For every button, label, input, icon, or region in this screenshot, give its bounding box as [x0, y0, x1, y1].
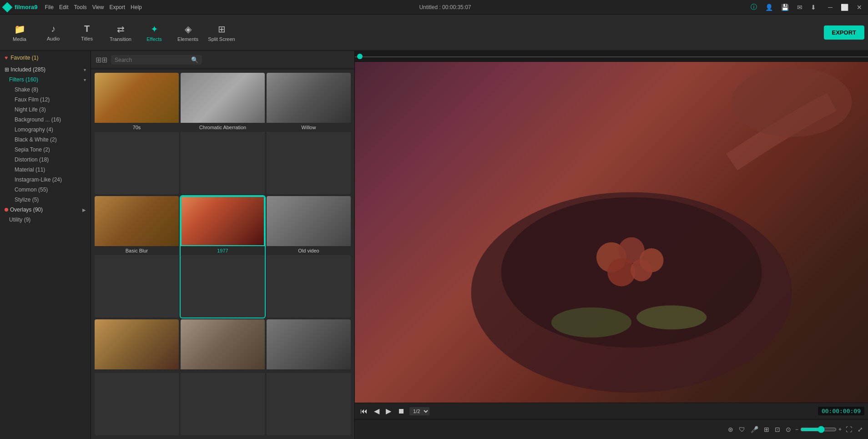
- included-label: ⊞ Included (285): [5, 66, 45, 73]
- expand-icon: ▾: [84, 67, 86, 72]
- splitscreen-button[interactable]: ⊞ Split Screen: [206, 17, 237, 48]
- favorites-label: Favorite (1): [10, 55, 38, 61]
- download-icon[interactable]: ⬇: [808, 3, 818, 12]
- minimize-button[interactable]: ─: [826, 3, 835, 12]
- sidebar-item-sepiatone[interactable]: Sepia Tone (2): [0, 145, 91, 155]
- crop-icon[interactable]: ⊡: [773, 424, 782, 434]
- rewind-button[interactable]: ⏮: [358, 406, 369, 416]
- media-button[interactable]: 📁 Media: [4, 17, 35, 48]
- search-icon: 🔍: [191, 56, 198, 63]
- effect-item-chromatic[interactable]: Chromatic Aberration: [181, 73, 265, 194]
- favorites-header[interactable]: ♥ Favorite (1): [0, 51, 91, 65]
- effect-item-row3c[interactable]: [267, 319, 351, 435]
- speedramp-icon[interactable]: ⊞: [762, 424, 771, 434]
- common-label: Common (55): [15, 187, 48, 193]
- audio-button[interactable]: ♪ Audio: [37, 17, 69, 48]
- project-title: Untitled : 00:00:35:07: [419, 4, 471, 10]
- sidebar-item-common[interactable]: Common (55): [0, 185, 91, 195]
- menu-file[interactable]: File: [45, 4, 54, 10]
- effect-thumb-1977: [181, 196, 265, 246]
- expand-icon[interactable]: ⤢: [856, 424, 864, 434]
- sidebar-item-overlays[interactable]: Overlays (90) ▶: [0, 205, 91, 215]
- utility-label: Utility (9): [9, 217, 30, 223]
- stop-button[interactable]: ⏹: [396, 406, 407, 416]
- user-icon[interactable]: 👤: [763, 3, 775, 12]
- splitscreen-icon: ⊞: [218, 24, 226, 35]
- effect-thumb-row3a: [95, 319, 179, 369]
- mic-icon[interactable]: 🎤: [749, 424, 760, 434]
- fullscreen-icon[interactable]: ⛶: [844, 424, 853, 434]
- zoom-plus-icon[interactable]: +: [838, 426, 842, 433]
- transition-button[interactable]: ⇄ Transition: [105, 17, 136, 48]
- info-icon[interactable]: ⓘ: [748, 2, 759, 12]
- effect-label-willow: Willow: [267, 123, 351, 132]
- save-icon[interactable]: 💾: [779, 3, 791, 12]
- sidebar-item-filters[interactable]: Filters (160) ▾: [0, 75, 91, 85]
- sidebar-item-utility[interactable]: Utility (9): [0, 215, 91, 225]
- menu-help[interactable]: Help: [131, 4, 142, 10]
- window-controls: ⓘ 👤 💾 ✉ ⬇ ─ ⬜ ✕: [748, 2, 864, 12]
- playback-rate-selector[interactable]: 1/2 1/1 2x: [409, 407, 429, 415]
- sidebar-item-included[interactable]: ⊞ Included (285) ▾: [0, 65, 91, 75]
- sidebar-item-fauxfilm[interactable]: Faux Film (12): [0, 95, 91, 105]
- video-frame: [355, 62, 868, 403]
- export-button[interactable]: EXPORT: [824, 25, 864, 40]
- blackwhite-label: Black & White (2): [15, 136, 57, 143]
- menu-export[interactable]: Export: [109, 4, 125, 10]
- sidebar-item-shake[interactable]: Shake (8): [0, 85, 91, 95]
- effect-thumb-oldvideo: [267, 196, 351, 246]
- scene-detect-icon[interactable]: ⊛: [727, 424, 735, 434]
- sidebar-item-nightlife[interactable]: Night Life (3): [0, 105, 91, 115]
- fauxfilm-label: Faux Film (12): [15, 96, 50, 103]
- effect-item-1977[interactable]: 1977: [181, 196, 265, 318]
- effect-item-basicblur[interactable]: Basic Blur: [95, 196, 179, 318]
- effect-item-row3a[interactable]: [95, 319, 179, 435]
- sidebar-item-background[interactable]: Background ... (16): [0, 115, 91, 125]
- search-input[interactable]: [115, 57, 189, 63]
- effects-button[interactable]: ✦ Effects: [138, 17, 170, 48]
- menu-view[interactable]: View: [92, 4, 104, 10]
- sidebar-item-stylize[interactable]: Stylize (5): [0, 195, 91, 205]
- preview-progress-bar[interactable]: [355, 51, 868, 62]
- zoom-range-input[interactable]: [800, 426, 837, 433]
- left-panel: ♥ Favorite (1) ⊞ Included (285) ▾ Filter…: [0, 51, 91, 439]
- sidebar-item-blackwhite[interactable]: Black & White (2): [0, 135, 91, 145]
- effect-item-row3b[interactable]: [181, 319, 265, 435]
- play-button[interactable]: ▶: [384, 406, 393, 416]
- effect-item-willow[interactable]: Willow: [267, 73, 351, 194]
- zoom-minus-icon[interactable]: −: [795, 426, 798, 433]
- maximize-button[interactable]: ⬜: [838, 3, 851, 12]
- effect-label-row3b: [181, 369, 265, 373]
- audio-icon: ♪: [51, 24, 56, 34]
- titles-button[interactable]: T Titles: [71, 17, 103, 48]
- time-display: 00:00:00:09: [818, 407, 864, 415]
- sidebar-item-lomography[interactable]: Lomography (4): [0, 125, 91, 135]
- effect-label-oldvideo: Old video: [267, 246, 351, 255]
- splitscreen-label: Split Screen: [208, 36, 235, 42]
- preview-right-controls: ⊛ 🛡 🎤 ⊞ ⊡ ⊙ − + ⛶ ⤢: [355, 419, 868, 439]
- search-box[interactable]: 🔍: [111, 55, 202, 65]
- prev-frame-button[interactable]: ◀: [372, 406, 381, 416]
- effects-label: Effects: [146, 36, 161, 42]
- sidebar-item-instagramlike[interactable]: Instagram-Like (24): [0, 175, 91, 185]
- elements-button[interactable]: ◈ Elements: [172, 17, 204, 48]
- menu-tools[interactable]: Tools: [74, 4, 87, 10]
- shield-icon[interactable]: 🛡: [737, 424, 747, 434]
- effect-item-oldvideo[interactable]: Old video: [267, 196, 351, 318]
- instagramlike-label: Instagram-Like (24): [15, 177, 62, 183]
- nightlife-label: Night Life (3): [15, 106, 46, 113]
- menu-edit[interactable]: Edit: [59, 4, 69, 10]
- close-button[interactable]: ✕: [854, 3, 864, 12]
- effect-label-row3c: [267, 369, 351, 373]
- sidebar-item-material[interactable]: Material (11): [0, 165, 91, 175]
- effect-label-row3a: [95, 369, 179, 373]
- sidebar-scroll[interactable]: ⊞ Included (285) ▾ Filters (160) ▾ Shake…: [0, 65, 91, 439]
- effect-label-1977: 1977: [181, 246, 265, 255]
- mail-icon[interactable]: ✉: [795, 3, 805, 12]
- circle-icon[interactable]: ⊙: [784, 424, 792, 434]
- grid-view-icon[interactable]: ⊞⊞: [96, 56, 107, 64]
- progress-dot[interactable]: [357, 54, 363, 59]
- audio-label: Audio: [47, 36, 60, 41]
- effect-item-70s[interactable]: 70s: [95, 73, 179, 194]
- sidebar-item-distortion[interactable]: Distortion (18): [0, 155, 91, 165]
